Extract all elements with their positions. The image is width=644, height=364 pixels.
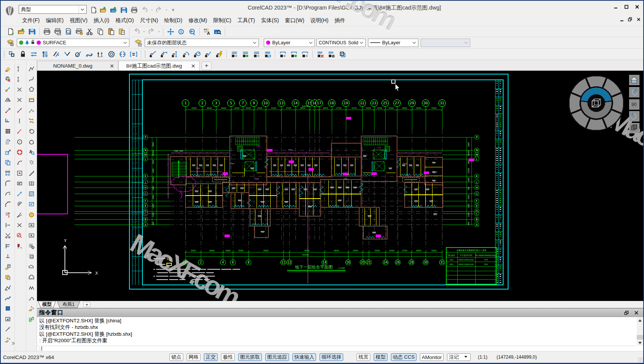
palette-grip[interactable] [16,61,23,64]
block-settings-icon[interactable] [28,243,35,249]
save-icon[interactable] [27,27,37,36]
rotate-cw-icon[interactable] [629,111,639,121]
status-toggle-快速输入[interactable]: 快速输入 [292,353,316,361]
sketch-icon[interactable] [28,295,35,302]
delete-node-icon[interactable] [16,222,23,229]
draw-order-icon[interactable] [4,274,11,281]
command-scrollbar[interactable] [637,317,643,346]
scroll-down-icon[interactable] [637,340,643,346]
donut-icon[interactable] [28,211,35,218]
customize-icon[interactable] [169,6,178,14]
layer-state-dropdown[interactable]: 未保存的图层状态 [145,39,259,47]
new-tab-button[interactable]: + [202,61,211,70]
extend-icon[interactable] [4,222,11,229]
geom-fix-icon[interactable] [17,50,28,59]
palette-grip[interactable] [28,61,35,64]
text-style-icon[interactable]: A [202,27,212,36]
polygon-icon[interactable] [28,86,35,93]
show-all-constraints-icon[interactable] [240,50,251,59]
layer-states-icon[interactable] [133,38,144,47]
region-icon[interactable] [4,305,11,312]
circle-icon[interactable] [16,138,23,145]
minimize-icon[interactable] [613,4,619,10]
rotate-90-label[interactable]: 90 [629,99,639,109]
menu-e[interactable]: 编辑(E) [43,16,67,26]
status-toggle-锁点[interactable]: 锁点 [169,353,183,361]
angle-bisector-icon[interactable] [16,211,23,218]
open-drawing-icon[interactable] [110,6,118,14]
tab-close-icon[interactable]: ✕ [191,63,195,69]
hatch-icon[interactable] [28,191,35,197]
maximize-icon[interactable] [623,4,629,10]
revision-cloud-icon[interactable] [28,264,35,270]
table-icon[interactable] [28,180,35,187]
geom-vertical-icon[interactable] [39,50,50,59]
change-length-icon[interactable] [4,326,11,333]
edit-polyline-icon[interactable] [4,284,11,291]
lineweight-dropdown[interactable]: ByLayer [368,39,418,47]
menu-p[interactable]: 插件 [332,16,349,26]
print-icon[interactable] [130,6,138,14]
no-plot-icon[interactable] [16,232,23,239]
point-icon[interactable] [16,170,23,176]
command-window-header[interactable]: 指令窗口 [37,308,644,317]
status-toggle-图元抓取[interactable]: 图元抓取 [238,353,262,361]
cut-icon[interactable] [84,27,95,36]
dimconstraint-hideall-icon[interactable] [299,50,310,59]
status-toggle-模型[interactable]: 模型 [374,353,387,361]
zoom-dynamic-icon[interactable] [176,27,187,36]
palette-more-chevron[interactable] [10,340,17,347]
line-segment-icon[interactable] [16,107,23,114]
ray-icon[interactable] [16,128,23,135]
cube-view-icon[interactable] [629,123,639,133]
status-toggle-循环选择[interactable]: 循环选择 [320,353,343,361]
grip-point-a-icon[interactable] [16,65,23,72]
mdi-restore-icon[interactable] [628,17,633,22]
weld-icon[interactable] [4,243,11,249]
zoom-previous-icon[interactable] [187,27,197,36]
constraint-bars-icon[interactable] [262,50,273,59]
edit-hatch-icon[interactable] [4,264,11,270]
infer-constraints-icon[interactable] [337,50,348,59]
geom-smooth-icon[interactable] [84,50,95,59]
ring-icon[interactable] [16,149,23,155]
new-sheet-button[interactable]: + [83,302,90,307]
menu-h[interactable]: 说明(H) [307,16,331,26]
menu-m[interactable]: 修改(M) [186,16,210,26]
chevron-down-icon[interactable] [79,6,86,13]
pan-icon[interactable] [165,27,176,36]
document-tab[interactable]: NONAME_0.dwg✕ [37,61,118,71]
navigation-wheel[interactable] [569,76,624,131]
menu-w[interactable]: 窗口(W) [282,16,308,26]
break-at-point-icon[interactable] [4,253,11,260]
copy-icon[interactable] [95,27,106,36]
print-setup-icon[interactable] [52,27,63,36]
status-toggle-网格[interactable]: 网格 [187,353,200,361]
show-constraints-icon[interactable] [229,50,240,59]
mirror-icon[interactable] [4,97,11,104]
scale-icon[interactable] [4,107,11,114]
menu-i[interactable]: 插入(I) [90,16,112,26]
tab-close-icon[interactable]: ✕ [110,63,114,69]
save-icon[interactable] [120,6,128,14]
copy-entities-icon[interactable] [4,159,11,166]
chevron-down-icon[interactable] [251,39,258,46]
point-cloud-icon[interactable] [28,159,35,166]
stairs-icon[interactable] [28,170,35,176]
mdi-close-icon[interactable] [636,17,641,22]
points-path-icon[interactable] [28,118,35,125]
cloud-rect-icon[interactable] [28,274,35,281]
status-toggle-线宽[interactable]: 线宽 [357,353,370,361]
offset-icon[interactable] [4,118,11,125]
chevron-down-icon[interactable] [122,39,129,46]
color-dropdown[interactable]: ByLayer [264,39,315,47]
rotate-ccw-icon[interactable] [629,87,639,97]
open-file-icon[interactable] [16,27,27,36]
grip-point-b-icon[interactable] [16,76,23,83]
cmd-float-icon[interactable] [624,310,629,316]
print-export-icon[interactable] [74,27,84,36]
delete-constraints-icon[interactable] [315,50,326,59]
fillet-icon[interactable] [4,180,11,187]
spline-icon[interactable] [28,76,35,83]
palette-grip[interactable] [4,61,11,64]
